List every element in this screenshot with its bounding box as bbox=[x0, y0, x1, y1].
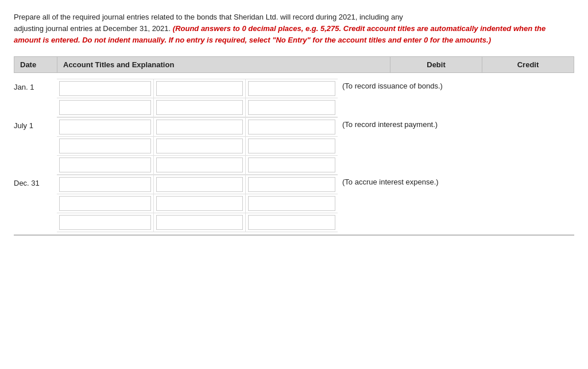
credit-input[interactable] bbox=[248, 177, 335, 192]
debit-input[interactable] bbox=[156, 81, 243, 96]
account-title-input[interactable] bbox=[59, 100, 151, 115]
entry-block-jan1 bbox=[57, 79, 338, 117]
debit-input[interactable] bbox=[156, 120, 243, 134]
debit-wrap bbox=[154, 79, 246, 98]
entry-row bbox=[57, 137, 338, 156]
credit-wrap bbox=[246, 175, 338, 194]
instructions-block: Prepare all of the required journal entr… bbox=[14, 11, 574, 46]
instructions-text-normal: Prepare all of the required journal entr… bbox=[14, 13, 403, 21]
content-july1: (To record interest payment.) bbox=[57, 117, 574, 175]
bottom-border bbox=[14, 235, 574, 236]
col-header-date: Date bbox=[14, 57, 57, 73]
credit-input[interactable] bbox=[248, 196, 335, 211]
account-wrap bbox=[57, 156, 154, 174]
account-wrap bbox=[57, 213, 154, 232]
account-wrap bbox=[57, 194, 154, 213]
debit-wrap bbox=[154, 98, 246, 117]
entry-row bbox=[57, 79, 338, 98]
credit-wrap bbox=[246, 98, 338, 117]
entry-row bbox=[57, 194, 338, 213]
account-wrap bbox=[57, 79, 154, 98]
debit-wrap bbox=[154, 175, 246, 194]
debit-wrap bbox=[154, 194, 246, 213]
section-july1: July 1 bbox=[14, 117, 574, 175]
date-dec31: Dec. 31 bbox=[14, 175, 57, 232]
credit-input[interactable] bbox=[248, 120, 335, 134]
instructions-text-normal2: adjusting journal entries at December 31… bbox=[14, 24, 171, 33]
account-wrap bbox=[57, 118, 154, 136]
debit-wrap bbox=[154, 156, 246, 174]
credit-wrap bbox=[246, 194, 338, 213]
credit-wrap bbox=[246, 156, 338, 174]
entry-block-july1 bbox=[57, 117, 338, 175]
entry-row bbox=[57, 117, 338, 137]
content-dec31: (To accrue interest expense.) bbox=[57, 175, 574, 232]
debit-wrap bbox=[154, 137, 246, 155]
entry-row bbox=[57, 213, 338, 232]
note-dec31: (To accrue interest expense.) bbox=[338, 175, 443, 232]
account-wrap bbox=[57, 137, 154, 155]
credit-wrap bbox=[246, 79, 338, 98]
entry-block-dec31 bbox=[57, 175, 338, 232]
note-july1: (To record interest payment.) bbox=[338, 117, 442, 175]
note-jan1: (To record issuance of bonds.) bbox=[338, 79, 447, 117]
entry-row bbox=[57, 156, 338, 175]
account-title-input[interactable] bbox=[59, 81, 151, 96]
credit-input[interactable] bbox=[248, 81, 335, 96]
debit-input[interactable] bbox=[156, 139, 243, 153]
account-title-input[interactable] bbox=[59, 157, 151, 172]
col-header-credit: Credit bbox=[482, 57, 574, 73]
debit-input[interactable] bbox=[156, 215, 243, 230]
debit-input[interactable] bbox=[156, 157, 243, 172]
credit-input[interactable] bbox=[248, 215, 335, 230]
credit-input[interactable] bbox=[248, 157, 335, 172]
content-jan1: (To record issuance of bonds.) bbox=[57, 79, 574, 117]
credit-wrap bbox=[246, 118, 338, 136]
debit-wrap bbox=[154, 118, 246, 136]
date-jan1: Jan. 1 bbox=[14, 79, 57, 117]
account-title-input[interactable] bbox=[59, 177, 151, 192]
credit-input[interactable] bbox=[248, 100, 335, 115]
section-jan1: Jan. 1 bbox=[14, 79, 574, 117]
debit-input[interactable] bbox=[156, 196, 243, 211]
account-title-input[interactable] bbox=[59, 215, 151, 230]
account-wrap bbox=[57, 175, 154, 194]
entry-row bbox=[57, 175, 338, 194]
col-header-account: Account Titles and Explanation bbox=[57, 57, 390, 73]
credit-wrap bbox=[246, 213, 338, 232]
account-title-input[interactable] bbox=[59, 120, 151, 134]
debit-input[interactable] bbox=[156, 100, 243, 115]
journal-table: Date Account Titles and Explanation Debi… bbox=[14, 56, 574, 73]
account-title-input[interactable] bbox=[59, 196, 151, 211]
entry-row bbox=[57, 98, 338, 117]
credit-input[interactable] bbox=[248, 139, 335, 153]
section-dec31: Dec. 31 bbox=[14, 175, 574, 232]
account-wrap bbox=[57, 98, 154, 117]
credit-wrap bbox=[246, 137, 338, 155]
account-title-input[interactable] bbox=[59, 139, 151, 153]
debit-wrap bbox=[154, 213, 246, 232]
debit-input[interactable] bbox=[156, 177, 243, 192]
col-header-debit: Debit bbox=[390, 57, 482, 73]
date-july1: July 1 bbox=[14, 117, 57, 175]
